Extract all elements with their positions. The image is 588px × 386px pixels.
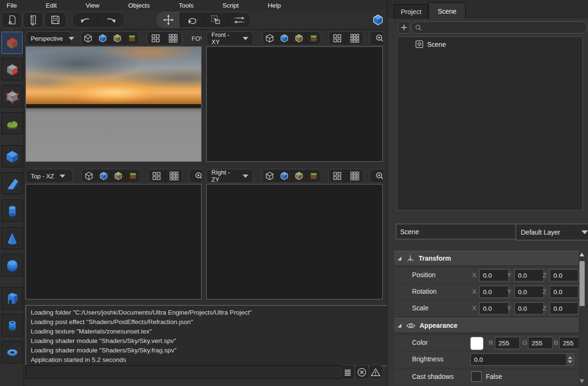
open-button[interactable] (23, 12, 44, 28)
tab-scene[interactable]: Scene (429, 2, 465, 19)
grid-3x3-button[interactable] (166, 169, 183, 183)
solid-cube-button[interactable] (97, 169, 111, 183)
tree-item-scene[interactable]: Scene (415, 40, 446, 48)
log-filter-button[interactable] (341, 365, 355, 379)
solid-cube-button[interactable] (277, 169, 292, 183)
menu-view[interactable]: View (81, 2, 104, 9)
select-object-tool[interactable] (1, 32, 23, 54)
create-cylinder-tool[interactable] (1, 200, 23, 222)
appearance-section-header[interactable]: Appearance (394, 318, 579, 333)
wireframe-cube-button[interactable] (81, 32, 96, 45)
menu-help[interactable]: Help (263, 2, 286, 9)
textured-cube-button[interactable] (111, 169, 126, 183)
viewport-top-canvas[interactable] (26, 184, 202, 299)
brightness-spinner[interactable] (566, 353, 574, 366)
create-cone-tool[interactable] (1, 227, 23, 249)
rotation-z-field[interactable] (550, 286, 579, 298)
menu-objects[interactable]: Objects (123, 2, 155, 9)
properties-scrollbar[interactable] (579, 251, 585, 386)
grid-2x2-button[interactable] (147, 32, 165, 45)
scene-tree[interactable]: Scene (397, 36, 583, 211)
position-y-field[interactable] (514, 269, 544, 281)
grid-2x2-button[interactable] (148, 169, 166, 183)
solid-cube-button[interactable] (277, 32, 292, 45)
transform-section-header[interactable]: Transform (394, 251, 579, 266)
create-arch-tool[interactable] (1, 287, 23, 309)
rotation-y-field[interactable] (514, 286, 544, 298)
rotate-tool-button[interactable] (180, 12, 204, 27)
console-log[interactable]: Loading folder "C:/Users/joshk/Documents… (26, 305, 387, 366)
grid-3x3-button[interactable] (346, 32, 363, 45)
viewport-top-dropdown[interactable]: Top - XZ (26, 169, 73, 183)
errors-filter-button[interactable] (355, 365, 369, 379)
wireframe-cube-button[interactable] (82, 169, 97, 183)
color-swatch[interactable] (470, 337, 483, 350)
redo-button[interactable] (98, 12, 124, 27)
spinner-up-icon[interactable] (568, 356, 572, 359)
viewport-perspective-dropdown[interactable]: Perspective (26, 31, 72, 45)
position-z-field[interactable] (550, 269, 579, 281)
rotation-x-field[interactable] (479, 286, 509, 298)
zoom-in-button[interactable] (189, 169, 202, 183)
viewport-right-canvas[interactable] (206, 184, 383, 299)
color-g-field[interactable] (528, 337, 553, 349)
create-sphere-tool[interactable] (1, 254, 23, 276)
grid-3x3-button[interactable] (346, 169, 363, 183)
spinner-down-icon[interactable] (568, 360, 572, 363)
tab-project[interactable]: Project (394, 4, 428, 19)
grid-3x3-button[interactable] (165, 32, 182, 45)
scrollbar-thumb[interactable] (579, 261, 585, 306)
scroll-up-arrow-icon[interactable] (579, 253, 584, 256)
textured-cube-button[interactable] (292, 32, 307, 45)
viewport-right-dropdown[interactable]: RIght - ZY (206, 169, 254, 183)
add-entity-button[interactable] (398, 21, 410, 34)
grass-block-button[interactable] (307, 32, 321, 45)
scale-y-field[interactable] (514, 302, 544, 315)
viewport-front-canvas[interactable] (206, 46, 383, 162)
viewport-front-dropdown[interactable]: Front - XY (206, 31, 254, 45)
swap-axes-tool-button[interactable] (228, 12, 251, 27)
scale-z-field[interactable] (550, 302, 579, 315)
menu-file[interactable]: File (2, 2, 22, 9)
position-x-field[interactable] (479, 269, 509, 281)
scale-tool-button[interactable] (204, 12, 228, 27)
zoom-in-button[interactable] (370, 169, 383, 183)
scene-name-field[interactable] (396, 224, 519, 239)
create-tube-tool[interactable] (1, 314, 23, 336)
scene-search-input[interactable] (425, 24, 569, 32)
warnings-filter-button[interactable] (369, 365, 383, 379)
brightness-field[interactable] (470, 353, 567, 366)
console-command-input[interactable] (26, 365, 344, 379)
scene-search[interactable] (411, 21, 588, 34)
save-button[interactable] (44, 12, 67, 28)
zoom-in-button[interactable] (370, 32, 383, 45)
new-file-button[interactable] (1, 12, 22, 28)
grass-block-button[interactable] (307, 169, 321, 183)
select-face-tool[interactable] (1, 58, 23, 80)
solid-cube-button[interactable] (96, 32, 110, 45)
grid-2x2-button[interactable] (329, 32, 346, 45)
textured-cube-button[interactable] (292, 169, 307, 183)
scroll-down-arrow-icon[interactable] (579, 379, 584, 383)
select-vertex-tool[interactable] (1, 85, 23, 107)
color-r-field[interactable] (495, 337, 520, 349)
scale-x-field[interactable] (479, 302, 509, 315)
menu-edit[interactable]: Edit (41, 2, 61, 9)
menu-script[interactable]: Script (218, 2, 244, 9)
terrain-tool[interactable] (1, 112, 23, 134)
wireframe-cube-button[interactable] (263, 169, 277, 183)
layer-dropdown[interactable]: Default Layer (516, 224, 588, 240)
cast-shadows-checkbox[interactable] (471, 371, 482, 382)
move-tool-button[interactable] (157, 12, 180, 27)
wireframe-cube-button[interactable] (263, 32, 277, 45)
menu-tools[interactable]: Tools (174, 2, 199, 9)
create-wedge-tool[interactable] (1, 172, 23, 194)
undo-button[interactable] (72, 12, 98, 27)
grass-block-button[interactable] (125, 32, 139, 45)
grass-block-button[interactable] (126, 169, 140, 183)
textured-cube-button[interactable] (110, 32, 125, 45)
viewport-perspective-canvas[interactable] (26, 46, 202, 162)
create-torus-tool[interactable] (1, 341, 23, 363)
grid-2x2-button[interactable] (329, 169, 346, 183)
create-box-tool[interactable] (1, 145, 23, 167)
